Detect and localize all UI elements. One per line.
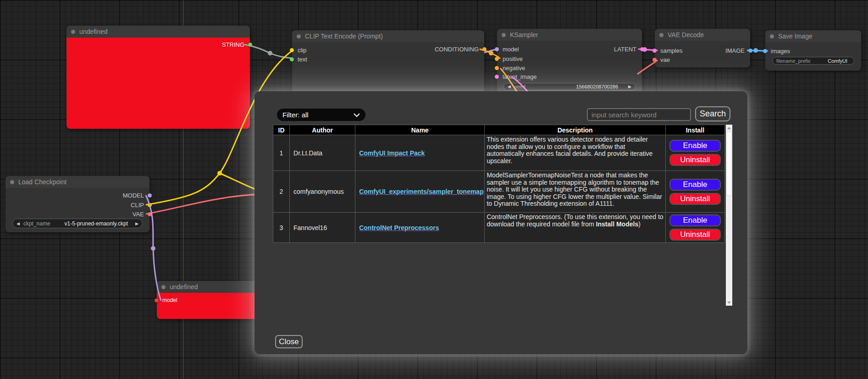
port-dot-latent-icon[interactable] — [652, 49, 657, 53]
node-header[interactable]: KSampler — [497, 29, 642, 41]
enable-button[interactable]: Enable — [669, 179, 721, 191]
col-header-install: Install — [665, 125, 724, 135]
cell-id: 3 — [273, 213, 290, 243]
port-label: vae — [660, 56, 670, 63]
port-vae-output[interactable]: VAE — [133, 210, 152, 218]
port-label: model — [503, 46, 519, 53]
reroute-dot[interactable] — [489, 51, 493, 55]
port-dot-model-icon[interactable] — [148, 193, 152, 198]
chevron-down-icon — [354, 111, 360, 119]
port-samples-input[interactable]: samples — [652, 46, 682, 55]
table-scrollbar[interactable] — [726, 125, 732, 306]
node-collapse-dot-icon[interactable] — [502, 33, 506, 37]
scroll-up-icon[interactable] — [726, 125, 732, 131]
port-model-input[interactable]: model — [155, 296, 177, 304]
port-dot-model-icon[interactable] — [495, 47, 499, 51]
node-collapse-dot-icon[interactable] — [71, 30, 75, 34]
port-model-input[interactable]: model — [495, 45, 519, 53]
port-dot-image-icon[interactable] — [748, 49, 752, 53]
reroute-dot[interactable] — [151, 246, 155, 251]
port-latent-output[interactable]: LATENT — [614, 45, 644, 53]
node-collapse-dot-icon[interactable] — [659, 33, 663, 37]
port-image-output[interactable]: IMAGE — [725, 46, 752, 55]
port-dot-string-icon[interactable] — [290, 57, 294, 61]
previous-arrow-icon[interactable]: ◀ — [17, 221, 20, 226]
reroute-dot[interactable] — [268, 51, 272, 55]
node-collapse-dot-icon[interactable] — [161, 285, 166, 289]
port-dot-latent-icon[interactable] — [640, 47, 644, 51]
port-vae-input[interactable]: vae — [652, 55, 670, 64]
port-label: text — [298, 56, 307, 63]
port-dot-clip-icon[interactable] — [148, 203, 152, 207]
scroll-down-icon[interactable] — [726, 299, 732, 306]
enable-button[interactable]: Enable — [669, 214, 721, 226]
port-dot-string-icon[interactable] — [248, 43, 252, 47]
col-header-description: Description — [485, 125, 665, 135]
port-clip-output[interactable]: CLIP — [131, 201, 152, 209]
port-string-output[interactable]: STRING — [222, 40, 252, 49]
filter-select[interactable]: Filter: all — [277, 109, 365, 121]
node-header[interactable]: undefined — [157, 281, 259, 293]
port-clip-input[interactable]: clip — [290, 46, 307, 54]
node-header[interactable]: Load Checkpoint — [6, 176, 149, 188]
extension-link[interactable]: ControlNet Preprocessors — [359, 224, 439, 231]
cell-install: Enable Uninstall — [665, 171, 724, 213]
port-positive-input[interactable]: positive — [495, 55, 523, 63]
port-conditioning-output[interactable]: CONDITIONING — [435, 45, 487, 53]
filename-prefix-widget[interactable]: filename_prefix ComfyUI — [772, 57, 854, 65]
node-load-checkpoint[interactable]: Load Checkpoint MODEL CLIP VAE ◀ ckpt_na… — [6, 176, 149, 232]
node-collapse-dot-icon[interactable] — [297, 34, 301, 38]
node-header[interactable]: undefined — [66, 26, 250, 38]
node-header[interactable]: CLIP Text Encode (Prompt) — [292, 30, 484, 42]
node-collapse-dot-icon[interactable] — [770, 34, 774, 38]
enable-button[interactable]: Enable — [669, 140, 721, 152]
extension-link[interactable]: ComfyUI_experiments/sampler_tonemap — [359, 188, 484, 195]
seed-widget[interactable]: ◀ seed 156680208700286 ▶ — [503, 83, 636, 90]
port-dot-image-icon[interactable] — [763, 49, 767, 53]
port-dot-conditioning-icon[interactable] — [495, 57, 499, 61]
port-label: latent_image — [503, 73, 536, 80]
port-images-input[interactable]: images — [763, 47, 790, 55]
port-dot-clip-icon[interactable] — [290, 48, 294, 52]
node-undefined-top[interactable]: undefined STRING — [66, 26, 250, 129]
cell-description: ControlNet Preprocessors. (To use this e… — [485, 213, 665, 243]
port-dot-vae-icon[interactable] — [148, 212, 152, 216]
extension-link[interactable]: ComfyUI Impact Pack — [359, 149, 425, 157]
widget-value: v1-5-pruned-emaonly.ckpt — [65, 220, 128, 227]
port-label: IMAGE — [725, 47, 745, 54]
node-undefined-bottom[interactable]: undefined model — [157, 281, 259, 319]
port-dot-model-icon[interactable] — [155, 298, 159, 302]
reroute-dot[interactable] — [753, 48, 758, 53]
port-dot-vae-icon[interactable] — [652, 58, 657, 62]
close-button[interactable]: Close — [275, 335, 303, 348]
port-dot-conditioning-icon[interactable] — [495, 66, 499, 70]
scrollbar-thumb[interactable] — [726, 132, 732, 196]
decrement-arrow-icon[interactable]: ◀ — [508, 84, 511, 89]
uninstall-button[interactable]: Uninstall — [669, 193, 721, 205]
node-save-image[interactable]: Save Image images filename_prefix ComfyU… — [765, 30, 861, 71]
port-dot-conditioning-icon[interactable] — [482, 47, 487, 51]
node-vae-decode[interactable]: VAE Decode samples vae IMAGE — [655, 29, 750, 67]
port-latent-image-input[interactable]: latent_image — [495, 72, 536, 81]
port-text-input[interactable]: text — [290, 55, 307, 63]
search-button[interactable]: Search — [695, 106, 730, 121]
uninstall-button[interactable]: Uninstall — [669, 154, 721, 166]
uninstall-button[interactable]: Uninstall — [669, 229, 721, 241]
port-negative-input[interactable]: negative — [495, 64, 525, 72]
port-label: MODEL — [123, 192, 144, 199]
reroute-dot[interactable] — [217, 171, 222, 176]
comfyui-canvas[interactable]: { "icons": { "arrow_left": "◀", "arrow_r… — [0, 0, 868, 379]
next-arrow-icon[interactable]: ▶ — [135, 221, 138, 226]
cell-id: 2 — [273, 171, 290, 213]
cell-description: ModelSamplerTonemapNoiseTest a node that… — [485, 171, 665, 213]
increment-arrow-icon[interactable]: ▶ — [628, 84, 631, 89]
node-header[interactable]: VAE Decode — [655, 29, 750, 41]
node-header[interactable]: Save Image — [765, 30, 861, 42]
node-title: undefined — [79, 28, 108, 35]
port-model-output[interactable]: MODEL — [123, 191, 152, 199]
search-input[interactable] — [587, 108, 691, 121]
ckpt-name-widget[interactable]: ◀ ckpt_name v1-5-pruned-emaonly.ckpt ▶ — [12, 219, 143, 228]
port-dot-latent-icon[interactable] — [495, 75, 499, 79]
node-collapse-dot-icon[interactable] — [10, 180, 14, 184]
node-clip-text-encode[interactable]: CLIP Text Encode (Prompt) clip text COND… — [292, 30, 484, 95]
